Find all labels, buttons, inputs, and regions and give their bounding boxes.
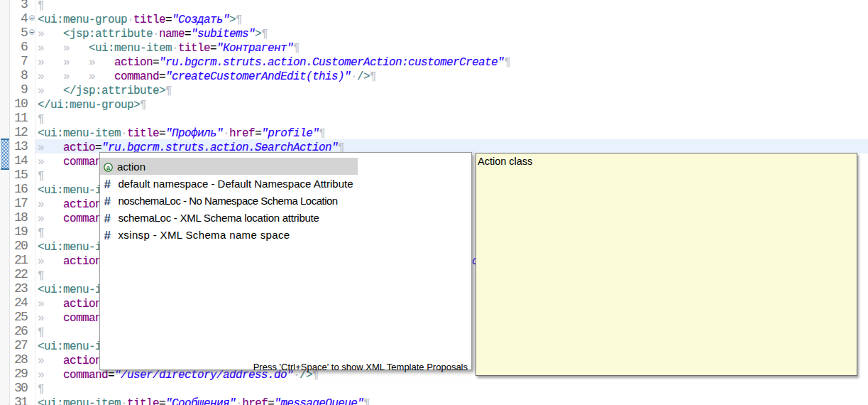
svg-text:a: a (106, 163, 111, 171)
